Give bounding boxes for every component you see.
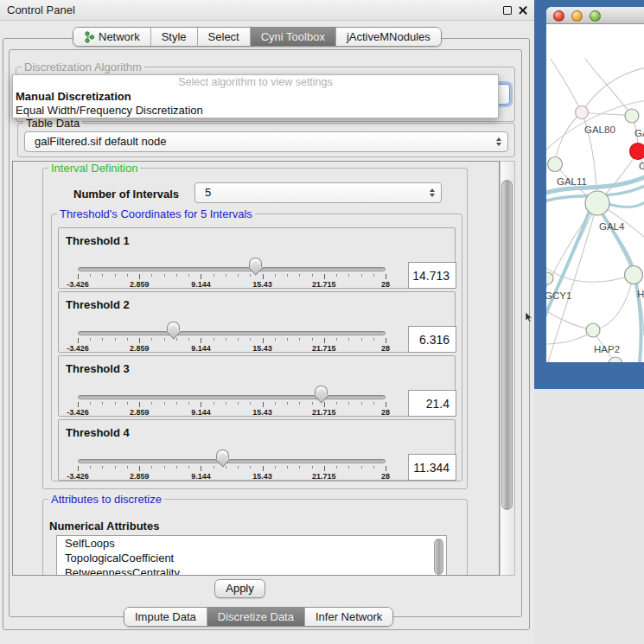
- minor-tick-mark: [336, 402, 337, 405]
- minor-tick-mark: [102, 466, 103, 469]
- popup-prompt-item[interactable]: Select algorithm to view settings: [13, 75, 498, 90]
- threshold-panel-1: Threshold 1-3.4262.8599.14415.4321.71528…: [58, 227, 456, 289]
- tab-jactivemnodules[interactable]: jActiveMNodules: [335, 28, 441, 46]
- network-node-gcy1[interactable]: [546, 272, 553, 284]
- network-node-gal11[interactable]: [548, 157, 563, 172]
- network-edge[interactable]: [593, 275, 634, 330]
- minor-tick-mark: [151, 466, 152, 469]
- minor-tick-mark: [164, 466, 165, 469]
- tick-label: -3.426: [67, 408, 89, 417]
- minor-tick-mark: [250, 274, 251, 277]
- minor-tick-mark: [250, 402, 251, 405]
- tab-network[interactable]: Network: [73, 28, 150, 46]
- tick-label: 28: [381, 344, 390, 353]
- settings-scrollbar-thumb[interactable]: [501, 180, 513, 510]
- minor-tick-mark: [127, 338, 128, 341]
- threshold-value-field[interactable]: 14.713: [408, 262, 456, 289]
- minor-tick-mark: [188, 466, 189, 469]
- threshold-value-field[interactable]: 21.4: [408, 390, 456, 417]
- slider-thumb[interactable]: [249, 258, 262, 268]
- tab-discretize-data[interactable]: Discretize Data: [207, 608, 304, 626]
- zoom-traffic-light[interactable]: [590, 10, 601, 22]
- close-traffic-light[interactable]: [553, 10, 564, 22]
- discretization-algorithm-title: Discretization Algorithm: [22, 61, 144, 73]
- network-edge[interactable]: [582, 67, 644, 112]
- apply-button[interactable]: Apply: [214, 579, 265, 598]
- slider-track[interactable]: [78, 267, 386, 271]
- network-edge[interactable]: [585, 59, 632, 116]
- minor-tick-mark: [299, 402, 300, 405]
- tab-style[interactable]: Style: [150, 28, 197, 46]
- close-icon[interactable]: [518, 5, 528, 16]
- slider-thumb[interactable]: [216, 450, 229, 460]
- combo-spinner-icon[interactable]: [430, 188, 435, 197]
- minor-tick-mark: [176, 466, 177, 469]
- tick-label: 9.144: [191, 472, 211, 481]
- minor-tick-mark: [250, 466, 251, 469]
- tab-label: Network: [99, 28, 140, 46]
- tab-label: Discretize Data: [218, 608, 294, 626]
- network-node-gal80[interactable]: [576, 106, 589, 119]
- node-label: HAP2: [594, 344, 620, 354]
- tab-infer-network[interactable]: Infer Network: [304, 608, 392, 626]
- threshold-label: Threshold 4: [66, 426, 130, 439]
- tick-label: 21.715: [312, 408, 336, 417]
- attribute-item-selfloops[interactable]: SelfLoops: [57, 536, 446, 551]
- control-panel-window: Control Panel NetworkStyleSelectCyni Too…: [0, 0, 534, 644]
- network-node-ga[interactable]: [625, 109, 639, 123]
- minor-tick-mark: [373, 338, 374, 341]
- minor-tick-mark: [287, 402, 288, 405]
- network-node-h[interactable]: [625, 266, 643, 284]
- attribute-item-betweennesscentrality[interactable]: BetweennessCentrality: [57, 565, 446, 576]
- threshold-value-field[interactable]: 6.316: [408, 326, 456, 353]
- attribute-item-topologicalcoefficient[interactable]: TopologicalCoefficient: [57, 551, 446, 565]
- network-canvas[interactable]: GAL80GACGAL11GAL4HGCY1HAP2: [546, 24, 644, 362]
- threshold-label: Threshold 3: [66, 362, 130, 375]
- tick-mark: [324, 274, 325, 279]
- minor-tick-mark: [127, 274, 128, 277]
- minor-tick-mark: [238, 466, 239, 469]
- network-edge[interactable]: [546, 309, 593, 330]
- slider-thumb[interactable]: [315, 386, 328, 396]
- tab-label: Impute Data: [135, 608, 196, 626]
- popup-item-equal-width-frequency-discretization[interactable]: Equal Width/Frequency Discretization: [13, 104, 498, 118]
- network-edge[interactable]: [546, 203, 597, 292]
- network-node-gal4[interactable]: [585, 191, 609, 215]
- slider-thumb[interactable]: [167, 322, 180, 332]
- list-scrollbar-thumb[interactable]: [434, 539, 443, 575]
- network-node-hap2[interactable]: [586, 323, 600, 337]
- minimize-traffic-light[interactable]: [571, 10, 583, 22]
- tab-select[interactable]: Select: [197, 28, 250, 46]
- minor-tick-mark: [312, 402, 313, 405]
- threshold-value-field[interactable]: 11.344: [408, 454, 456, 481]
- numerical-attributes-list[interactable]: SelfLoopsTopologicalCoefficientBetweenne…: [56, 535, 447, 576]
- network-node-c[interactable]: [630, 143, 644, 160]
- tab-cyni-toolbox[interactable]: Cyni Toolbox: [250, 28, 335, 46]
- slider-track[interactable]: [78, 331, 386, 335]
- minor-tick-mark: [299, 338, 300, 341]
- network-window-titlebar[interactable]: [546, 7, 644, 24]
- network-edge[interactable]: [548, 203, 597, 362]
- slider-track[interactable]: [78, 459, 386, 463]
- combo-spinner-icon[interactable]: [496, 137, 501, 146]
- tab-impute-data[interactable]: Impute Data: [124, 608, 207, 626]
- settings-scroll-viewport: Interval Definition Number of Intervals …: [12, 161, 500, 576]
- threshold-panel-3: Threshold 3-3.4262.8599.14415.4321.71528…: [58, 355, 456, 417]
- minor-tick-mark: [127, 466, 128, 469]
- network-edge[interactable]: [546, 203, 597, 322]
- popup-item-manual-discretization[interactable]: Manual Discretization: [13, 90, 498, 104]
- minor-tick-mark: [299, 274, 300, 277]
- tab-label: Select: [208, 28, 239, 46]
- tick-mark: [201, 274, 201, 279]
- table-data-combobox[interactable]: galFiltered.sif default node: [24, 131, 508, 152]
- float-window-icon[interactable]: [503, 6, 512, 15]
- network-edge[interactable]: [582, 112, 632, 116]
- number-of-intervals-label: Number of Intervals: [73, 188, 179, 201]
- tick-mark: [324, 466, 325, 471]
- number-of-intervals-combobox[interactable]: 5: [194, 182, 442, 203]
- network-node[interactable]: [609, 357, 622, 362]
- slider-track[interactable]: [78, 395, 386, 399]
- minor-tick-mark: [238, 338, 239, 341]
- minor-tick-mark: [348, 338, 349, 341]
- network-edge[interactable]: [551, 59, 582, 112]
